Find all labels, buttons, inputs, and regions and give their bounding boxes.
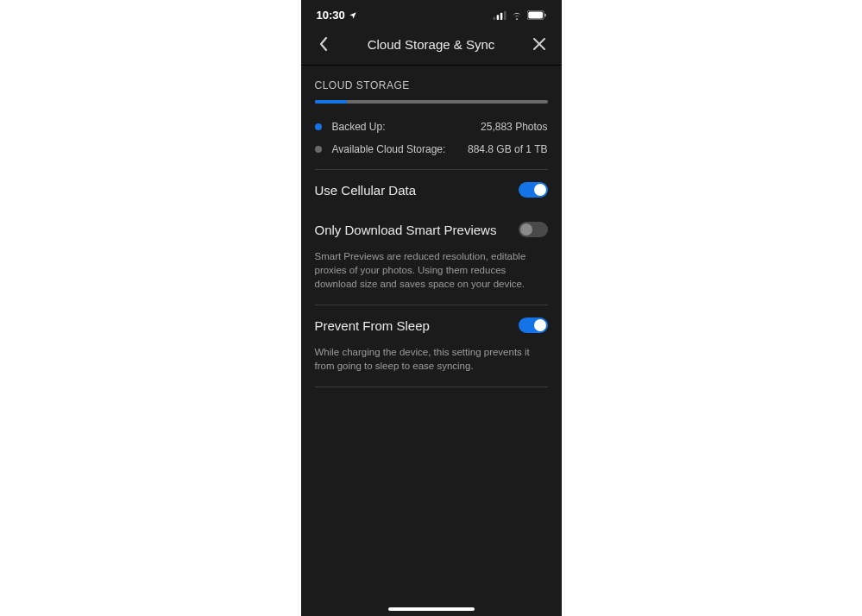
section-header-cloud-storage: CLOUD STORAGE [301, 66, 562, 100]
stat-row-available: Available Cloud Storage: 884.8 GB of 1 T… [301, 138, 562, 160]
svg-rect-5 [528, 12, 543, 19]
svg-rect-2 [500, 12, 502, 19]
svg-rect-6 [544, 14, 546, 17]
toggle-switch[interactable] [519, 182, 548, 198]
dot-icon [315, 123, 322, 130]
location-icon [349, 11, 357, 20]
toggle-switch[interactable] [519, 317, 548, 333]
divider [315, 387, 548, 387]
svg-rect-3 [504, 11, 507, 20]
cellular-label: Use Cellular Data [315, 183, 417, 198]
status-right [493, 10, 546, 20]
storage-stats: Backed Up: 25,883 Photos Available Cloud… [301, 104, 562, 169]
backed-up-value: 25,883 Photos [481, 121, 547, 133]
smart-previews-description: Smart Previews are reduced resolution, e… [301, 249, 562, 305]
cellular-signal-icon [493, 11, 507, 20]
close-button[interactable] [531, 35, 548, 53]
smart-previews-label: Only Download Smart Previews [315, 223, 497, 237]
toggle-switch[interactable] [519, 222, 548, 237]
status-left: 10:30 [317, 9, 357, 22]
prevent-sleep-label: Prevent From Sleep [315, 318, 430, 333]
dot-icon [315, 146, 322, 153]
status-bar: 10:30 [301, 0, 562, 25]
setting-smart-previews[interactable]: Only Download Smart Previews [301, 210, 562, 249]
toggle-knob [534, 319, 546, 331]
battery-icon [527, 10, 546, 20]
prevent-sleep-description: While charging the device, this setting … [301, 345, 562, 387]
svg-rect-1 [496, 15, 499, 20]
home-indicator[interactable] [388, 607, 475, 611]
status-time: 10:30 [317, 9, 345, 22]
available-value: 884.8 GB of 1 TB [468, 143, 548, 155]
toggle-knob [520, 223, 532, 236]
available-label: Available Cloud Storage: [332, 143, 468, 155]
nav-bar: Cloud Storage & Sync [301, 25, 562, 66]
phone-screen: 10:30 [301, 0, 562, 616]
toggle-knob [534, 184, 546, 196]
backed-up-label: Backed Up: [332, 121, 481, 133]
stat-row-backed-up: Backed Up: 25,883 Photos [301, 116, 562, 138]
setting-prevent-sleep[interactable]: Prevent From Sleep [301, 305, 562, 345]
wifi-icon [511, 11, 523, 20]
back-button[interactable] [315, 35, 332, 53]
svg-rect-0 [493, 16, 495, 19]
setting-use-cellular-data[interactable]: Use Cellular Data [301, 170, 562, 210]
page-title: Cloud Storage & Sync [332, 37, 531, 52]
